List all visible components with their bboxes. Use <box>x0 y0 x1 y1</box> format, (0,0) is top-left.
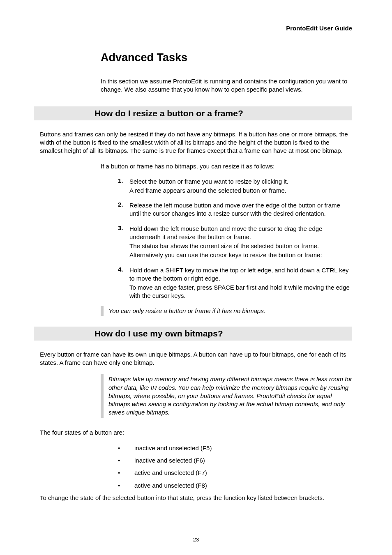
step-4-body: Hold down a SHIFT key to move the top or… <box>129 265 352 300</box>
section2-note-text: Bitmaps take up memory and having many d… <box>108 374 352 417</box>
page-number: 23 <box>0 537 392 543</box>
step-2-line-0: Release the left mouse button and move o… <box>129 201 352 218</box>
step-1-number: 1. <box>118 177 129 195</box>
step-4-line-0: Hold down a SHIFT key to move the top or… <box>129 266 352 283</box>
section2-note: Bitmaps take up memory and having many d… <box>101 374 352 417</box>
step-4: 4. Hold down a SHIFT key to move the top… <box>118 265 352 300</box>
step-3-line-2: Alternatively you can use the cursor key… <box>129 251 352 259</box>
step-3: 3. Hold down the left mouse button and m… <box>118 224 352 260</box>
section2-para1: Every button or frame can have its own u… <box>40 350 352 367</box>
section-heading-resize: How do I resize a button or a frame? <box>34 106 352 120</box>
step-1: 1. Select the button or frame you want t… <box>118 177 352 195</box>
bullet-f6: • inactive and selected (F6) <box>118 456 352 465</box>
chapter-title: Advanced Tasks <box>101 51 352 64</box>
bullet-f5: • inactive and unselected (F5) <box>118 444 352 452</box>
section1-para2: If a button or frame has no bitmaps, you… <box>101 162 352 170</box>
section2-para2: The four states of a button are: <box>40 428 352 437</box>
section1-para1: Buttons and frames can only be resized i… <box>40 130 352 155</box>
step-1-line-1: A red frame appears around the selected … <box>129 187 352 195</box>
bullet-f5-text: inactive and unselected (F5) <box>134 444 212 452</box>
section-heading-bitmaps: How do I use my own bitmaps? <box>34 327 352 341</box>
header-guide-title: ProntoEdit User Guide <box>40 25 352 32</box>
step-3-line-0: Hold down the left mouse button and move… <box>129 225 352 242</box>
step-2: 2. Release the left mouse button and mov… <box>118 200 352 218</box>
bullet-icon: • <box>118 469 134 477</box>
step-4-line-1: To move an edge faster, press SPACE bar … <box>129 283 352 300</box>
bullet-icon: • <box>118 456 134 465</box>
bullet-f7-text: active and unselected (F7) <box>134 469 207 477</box>
step-2-number: 2. <box>118 200 129 218</box>
step-2-body: Release the left mouse button and move o… <box>129 200 352 218</box>
step-3-body: Hold down the left mouse button and move… <box>129 224 352 260</box>
section1-note: You can only resize a button or frame if… <box>101 306 352 316</box>
note-bar-icon <box>101 306 104 316</box>
step-3-line-1: The status bar shows the current size of… <box>129 242 352 250</box>
bullet-f7: • active and unselected (F7) <box>118 469 352 477</box>
bullet-f6-text: inactive and selected (F6) <box>134 456 205 465</box>
step-1-line-0: Select the button or frame you want to r… <box>129 177 352 186</box>
document-page: ProntoEdit User Guide Advanced Tasks In … <box>0 0 392 555</box>
section2-para3: To change the state of the selected butt… <box>40 494 352 502</box>
bullet-icon: • <box>118 481 134 490</box>
section1-note-text: You can only resize a button or frame if… <box>108 306 265 316</box>
chapter-intro: In this section we assume ProntoEdit is … <box>101 77 352 94</box>
bullet-f8: • active and unselected (F8) <box>118 481 352 490</box>
step-1-body: Select the button or frame you want to r… <box>129 177 352 195</box>
note-bar-icon <box>101 374 104 417</box>
bullet-icon: • <box>118 444 134 452</box>
step-4-number: 4. <box>118 265 129 300</box>
step-3-number: 3. <box>118 224 129 260</box>
section1-steps: 1. Select the button or frame you want t… <box>118 177 352 300</box>
section2-bullets: • inactive and unselected (F5) • inactiv… <box>118 444 352 490</box>
bullet-f8-text: active and unselected (F8) <box>134 481 207 490</box>
